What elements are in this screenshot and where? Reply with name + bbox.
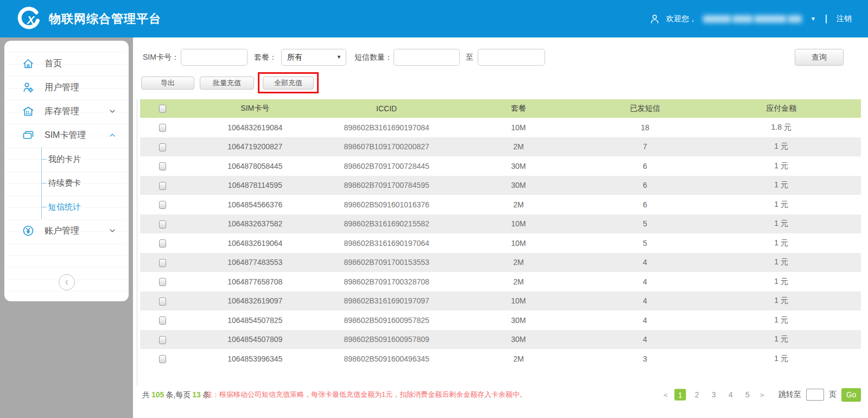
- table-cell: 898602B7091700153553: [325, 258, 448, 267]
- sidebar-collapse-button[interactable]: [59, 274, 75, 290]
- sidebar-submenu: 我的卡片待续费卡短信统计: [41, 147, 129, 219]
- table-cell: 1 元: [701, 219, 860, 229]
- table-row: 1064877658708898602B70917003287082M41 元: [140, 272, 861, 292]
- sidebar-item-1[interactable]: 首页: [4, 52, 129, 75]
- next-page-button[interactable]: >: [758, 391, 766, 399]
- row-checkbox[interactable]: [159, 239, 166, 248]
- table-cell: 4: [588, 277, 701, 286]
- jump-to-label: 跳转至: [778, 390, 801, 400]
- table-cell: 898602B5091601016376: [325, 200, 448, 209]
- panel-left-border: [137, 99, 137, 385]
- table-row: 1064832619097898602B316169019709710M41 元: [140, 292, 861, 311]
- table-cell: 2M: [448, 277, 588, 286]
- select-all-checkbox[interactable]: [159, 105, 166, 113]
- sidebar-subitem[interactable]: 待续费卡: [42, 171, 129, 195]
- row-checkbox[interactable]: [159, 162, 166, 170]
- row-checkbox[interactable]: [159, 220, 166, 229]
- row-checkbox[interactable]: [159, 201, 166, 209]
- page-number-2[interactable]: 2: [691, 389, 703, 401]
- batch-recharge-button[interactable]: 批量充值: [200, 77, 254, 90]
- table-cell: 1 元: [701, 334, 860, 344]
- sms-to-input[interactable]: [478, 49, 545, 66]
- sidebar-background: 首页用户管理库存管理SIM卡管理我的卡片待续费卡短信统计账户管理: [0, 37, 133, 418]
- export-button[interactable]: 导出: [141, 77, 194, 90]
- sidebar-item-label: 账户管理: [45, 225, 79, 237]
- table-header-row: SIM卡号ICCID套餐已发短信应付金额: [140, 99, 861, 118]
- package-label: 套餐：: [254, 49, 277, 66]
- table-cell: 2M: [448, 142, 588, 151]
- table-cell: 1 元: [701, 238, 860, 248]
- package-select[interactable]: 所有 ▼: [281, 49, 346, 66]
- table-cell: 898602B7091700328708: [325, 277, 448, 286]
- table-cell: 10M: [448, 296, 588, 305]
- table-cell: 10M: [448, 219, 588, 228]
- table-cell: 1064877483553: [186, 258, 325, 267]
- row-checkbox[interactable]: [159, 355, 166, 363]
- table-cell: 1 元: [701, 315, 860, 325]
- page-number-3[interactable]: 3: [708, 389, 720, 401]
- page-number-5[interactable]: 5: [742, 389, 753, 401]
- sidebar-menu: 首页用户管理库存管理SIM卡管理我的卡片待续费卡短信统计账户管理: [4, 52, 129, 243]
- app-logo-icon: X: [16, 7, 41, 31]
- table-cell: 898602B5091600496345: [325, 354, 448, 363]
- column-header: ICCID: [325, 104, 448, 113]
- jump-page-input[interactable]: [806, 389, 824, 401]
- table-row: 1064832637582898602B316169021558210M51 元: [140, 214, 861, 234]
- chevron-up-icon: [108, 131, 117, 140]
- page-numbers: 12345: [674, 389, 753, 401]
- svg-text:X: X: [27, 14, 35, 26]
- table-cell: 1 元: [701, 257, 860, 267]
- sidebar-item-2[interactable]: 用户管理: [4, 75, 129, 99]
- chevron-down-icon: [108, 107, 117, 116]
- table-row: 1064878058445898602B709170072844530M61 元: [140, 156, 861, 176]
- total-count: 105: [150, 390, 166, 399]
- table-cell: 1064832637582: [186, 219, 325, 228]
- row-checkbox[interactable]: [159, 297, 166, 306]
- page-number-1[interactable]: 1: [674, 389, 686, 401]
- search-button[interactable]: 查询: [795, 49, 844, 66]
- table-cell: 10M: [448, 123, 588, 132]
- sms-from-input[interactable]: [394, 49, 460, 66]
- row-checkbox[interactable]: [159, 316, 166, 325]
- row-checkbox[interactable]: [159, 336, 166, 344]
- row-checkbox[interactable]: [159, 259, 166, 267]
- sim-card-icon: [22, 129, 35, 142]
- chevron-down-icon: [108, 226, 117, 235]
- header-divider: [826, 15, 827, 23]
- pagination: < 12345 > 跳转至 页 Go: [662, 388, 861, 402]
- table-cell: 4: [588, 335, 701, 344]
- welcome-text: 欢迎您，: [666, 14, 696, 24]
- sim-number-input[interactable]: [181, 49, 248, 66]
- table-row: 1064853996345898602B50916004963452M31 元: [140, 349, 861, 369]
- table-row: 1064854507825898602B509160095782530M41 元: [140, 311, 861, 330]
- table-cell: 6: [588, 181, 701, 189]
- user-menu-caret-icon[interactable]: ▼: [810, 16, 816, 22]
- table-cell: 1064719200827: [186, 142, 325, 151]
- table-cell: 1064854507825: [186, 316, 325, 325]
- sidebar-item-3[interactable]: 库存管理: [4, 99, 129, 123]
- logout-link[interactable]: 注销: [837, 14, 852, 24]
- main-content: SIM卡号： 套餐： 所有 ▼ 短信数量： 至 查询 导出 批量充值 全部充值 …: [133, 37, 868, 418]
- go-button[interactable]: Go: [841, 388, 861, 402]
- prev-page-button[interactable]: <: [662, 391, 669, 399]
- range-to-label: 至: [466, 49, 473, 66]
- sms-stats-table: SIM卡号ICCID套餐已发短信应付金额 1064832619084898602…: [140, 99, 861, 369]
- sidebar-item-5[interactable]: 账户管理: [4, 219, 129, 243]
- table-cell: 30M: [448, 316, 588, 325]
- sidebar-subitem[interactable]: 我的卡片: [42, 147, 129, 171]
- sidebar-item-4[interactable]: SIM卡管理: [4, 123, 129, 147]
- warehouse-icon: [22, 105, 35, 118]
- row-checkbox[interactable]: [159, 124, 166, 132]
- page-number-4[interactable]: 4: [725, 389, 737, 401]
- row-checkbox[interactable]: [159, 143, 166, 151]
- sidebar-subitem[interactable]: 短信统计: [42, 195, 129, 219]
- row-checkbox[interactable]: [159, 182, 166, 190]
- table-cell: 4: [588, 258, 701, 267]
- table-cell: 1 元: [701, 161, 860, 171]
- table-cell: 898602B7091700728445: [325, 162, 448, 170]
- table-cell: 1 元: [701, 354, 860, 364]
- table-cell: 6: [588, 162, 701, 170]
- users-icon: [22, 81, 35, 94]
- row-checkbox[interactable]: [159, 278, 166, 286]
- recharge-all-button[interactable]: 全部充值: [263, 77, 314, 90]
